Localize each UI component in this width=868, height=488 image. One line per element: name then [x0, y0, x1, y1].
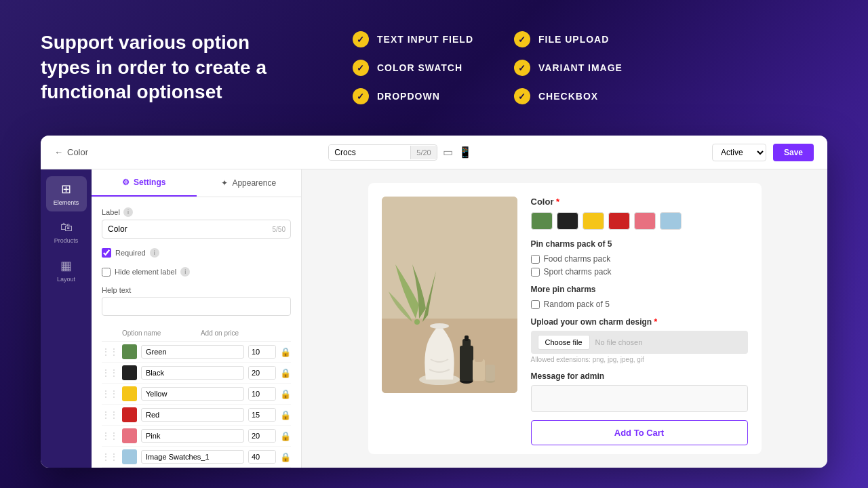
settings-panel: ⚙ Settings ✦ Appearence Label i [92, 169, 302, 468]
random-pack-label: Random pack of 5 [544, 300, 610, 309]
option-price-input-green[interactable] [249, 346, 276, 358]
app-topbar: ← Color 5/20 ▭ 📱 Active Inactive Save [41, 136, 827, 169]
upload-required-star: * [654, 317, 658, 327]
help-text-label: Help text [102, 286, 291, 294]
option-price-input-black[interactable] [249, 367, 276, 379]
svg-point-3 [430, 323, 449, 329]
check-icon-dropdown: ✓ [353, 88, 369, 104]
sidebar-item-products[interactable]: 🛍 Products [46, 215, 87, 249]
drag-handle-black[interactable]: ⋮⋮ [102, 368, 118, 378]
sidebar-item-elements[interactable]: ⊞ Elements [46, 176, 87, 211]
drag-handle-yellow[interactable]: ⋮⋮ [102, 389, 118, 399]
feature-label-variant-image: VARIANT IMAGE [538, 62, 623, 73]
product-name-input[interactable] [329, 145, 410, 160]
svg-point-13 [414, 319, 420, 325]
food-charms-checkbox[interactable] [531, 255, 540, 264]
preview-panel: Color * Pin charms pack [302, 169, 827, 468]
required-info-icon[interactable]: i [150, 248, 159, 258]
sidebar-item-products-label: Products [54, 237, 79, 244]
lock-btn-red[interactable]: 🔒 [280, 410, 291, 420]
product-card: Color * Pin charms pack [368, 183, 762, 454]
sport-charms-checkbox[interactable] [531, 268, 540, 277]
upload-hint: Allowed extensions: png, jpg, jpeg, gif [531, 356, 748, 363]
drag-handle-red[interactable]: ⋮⋮ [102, 410, 118, 420]
drag-handle-pink[interactable]: ⋮⋮ [102, 431, 118, 441]
sidebar-item-layout-label: Layout [57, 276, 75, 283]
svg-rect-9 [473, 359, 485, 381]
drag-handle-image_swatches[interactable]: ⋮⋮ [102, 452, 118, 462]
sport-charms-option: Sport charms pack [531, 267, 748, 277]
top-banner: Support various option types in order to… [0, 0, 868, 136]
label-info-icon[interactable]: i [123, 207, 133, 217]
option-name-input-green[interactable] [141, 345, 244, 359]
feature-label-file-upload: FILE UPLOAD [538, 34, 609, 45]
option-name-input-black[interactable] [141, 366, 244, 380]
option-price-wrap-image_swatches: ▲ ▼ [248, 450, 276, 464]
message-label: Message for admin [531, 371, 748, 381]
option-name-input-image_swatches[interactable] [141, 450, 244, 464]
file-upload-row: Choose file No file chosen [531, 331, 748, 354]
save-button[interactable]: Save [773, 144, 814, 161]
message-input[interactable] [531, 385, 748, 412]
pin-charms-title: Pin charms pack of 5 [531, 239, 748, 249]
tab-appearance[interactable]: ✦ Appearence [197, 169, 302, 197]
color-swatch-black[interactable] [557, 212, 578, 230]
desktop-icon[interactable]: ▭ [443, 146, 453, 159]
color-swatch-pink[interactable] [634, 212, 656, 230]
tab-settings[interactable]: ⚙ Settings [92, 169, 197, 197]
back-link[interactable]: ← Color [54, 147, 88, 157]
app-body: ⊞ Elements 🛍 Products ▦ Layout ⚙ Setting… [41, 169, 827, 468]
hide-label-checkbox-row: Hide element label i [102, 267, 291, 277]
check-icon-variant-image: ✓ [514, 60, 530, 76]
settings-gear-icon: ⚙ [122, 178, 130, 187]
lock-btn-yellow[interactable]: 🔒 [280, 389, 291, 399]
status-select[interactable]: Active Inactive [712, 144, 766, 161]
option-name-input-yellow[interactable] [141, 387, 244, 401]
lock-btn-green[interactable]: 🔒 [280, 347, 291, 357]
lock-btn-image_swatches[interactable]: 🔒 [280, 452, 291, 462]
sidebar-item-layout[interactable]: ▦ Layout [46, 253, 87, 288]
check-icon-color-swatch: ✓ [353, 60, 369, 76]
product-image [382, 197, 517, 393]
color-swatch-red[interactable] [608, 212, 630, 230]
random-pack-checkbox[interactable] [531, 300, 540, 309]
help-text-form-group: Help text [102, 286, 291, 316]
more-charms-title: More pin charms [531, 285, 748, 294]
required-checkbox[interactable] [102, 248, 111, 258]
choose-file-button[interactable]: Choose file [538, 335, 590, 350]
option-price-input-image_swatches[interactable] [249, 451, 276, 463]
banner-headline: Support various option types in order to… [41, 30, 298, 104]
option-swatch-pink [122, 428, 137, 443]
color-section-title: Color * [531, 197, 748, 207]
color-swatch-img[interactable] [660, 212, 682, 230]
help-text-input[interactable] [102, 297, 291, 316]
lock-btn-pink[interactable]: 🔒 [280, 431, 291, 441]
add-to-cart-button[interactable]: Add To Cart [531, 420, 748, 445]
label-input[interactable] [102, 220, 291, 239]
appearance-tab-label: Appearence [232, 178, 276, 188]
option-price-input-pink[interactable] [249, 430, 276, 442]
required-form-group: Required i [102, 248, 291, 258]
mobile-icon[interactable]: 📱 [458, 146, 472, 159]
option-name-input-pink[interactable] [141, 429, 244, 443]
hide-info-icon[interactable]: i [180, 267, 190, 277]
option-swatch-image_swatches [122, 449, 137, 464]
option-price-input-red[interactable] [249, 409, 276, 421]
product-name-wrap: 5/20 [328, 144, 437, 161]
option-price-input-yellow[interactable] [249, 388, 276, 400]
option-name-input-red[interactable] [141, 408, 244, 422]
drag-handle-green[interactable]: ⋮⋮ [102, 347, 118, 357]
lock-btn-black[interactable]: 🔒 [280, 368, 291, 378]
check-icon-text-input: ✓ [353, 31, 369, 47]
required-label: Required [115, 249, 146, 257]
no-file-text: No file chosen [595, 338, 643, 346]
feature-label-dropdown: DROPDOWN [377, 91, 440, 102]
feature-list: ✓TEXT INPUT FIELD✓FILE UPLOAD✓COLOR SWAT… [353, 31, 635, 104]
svg-rect-7 [465, 336, 469, 341]
color-swatch-yellow[interactable] [583, 212, 604, 230]
hide-label-checkbox[interactable] [102, 268, 111, 277]
label-input-wrap: 5/50 [102, 220, 291, 239]
feature-item-variant-image: ✓VARIANT IMAGE [514, 60, 635, 76]
color-swatch-green[interactable] [531, 212, 553, 230]
option-price-wrap-pink: ▲ ▼ [248, 429, 276, 443]
